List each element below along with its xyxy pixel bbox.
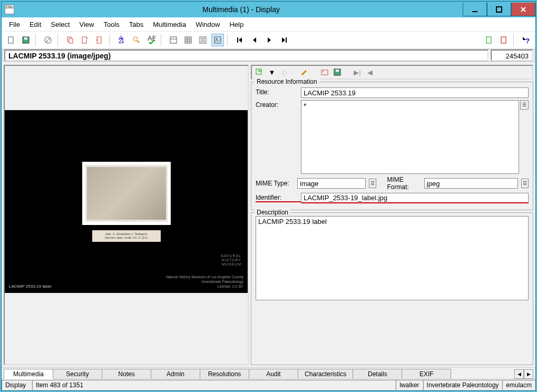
view-list-icon[interactable] xyxy=(197,34,209,46)
creator-label: Creator: xyxy=(256,100,301,109)
sort-icon[interactable]: AZ xyxy=(115,34,128,46)
mime-type-label: MIME Type: xyxy=(256,180,295,187)
status-user: lwalker xyxy=(396,380,423,390)
menu-tools[interactable]: Tools xyxy=(99,19,123,30)
specimen-photo xyxy=(82,162,171,225)
status-position: Item 483 of 1351 xyxy=(32,380,396,390)
copy-icon[interactable] xyxy=(64,34,76,46)
spellcheck-icon[interactable]: ABC xyxy=(145,34,158,46)
app-window: EMu Multimedia (1) - Display File Edit S… xyxy=(1,1,536,391)
identifier-input[interactable] xyxy=(301,193,529,203)
edit-icon[interactable] xyxy=(299,67,310,77)
mini-toolbar: + ▼ ▶| ◀ xyxy=(251,65,533,80)
paste-icon[interactable] xyxy=(79,34,91,46)
mime-format-input[interactable] xyxy=(424,178,518,189)
find-icon[interactable] xyxy=(130,34,143,46)
record-header: LACMIP 2533.19 (image/jpeg) 245403 xyxy=(3,49,534,62)
creator-input[interactable]: * xyxy=(301,100,519,174)
svg-rect-52 xyxy=(336,70,339,72)
cancel-icon[interactable] xyxy=(42,34,54,46)
tab-notes[interactable]: Notes xyxy=(102,369,151,379)
specimen-caption: Abb. 2. Hinterbein v. Tettigonii (larvam… xyxy=(92,230,161,242)
maximize-button[interactable] xyxy=(487,3,511,16)
dropdown-icon[interactable]: ▼ xyxy=(267,67,277,77)
svg-marker-39 xyxy=(282,37,285,43)
resource-info-legend: Resource Information xyxy=(255,78,319,85)
svg-rect-22 xyxy=(170,37,177,43)
svg-rect-49 xyxy=(321,70,328,75)
view-grid-icon[interactable] xyxy=(182,34,194,46)
attach-red-icon[interactable] xyxy=(497,34,510,46)
tab-admin[interactable]: Admin xyxy=(151,369,200,379)
tab-resolutions[interactable]: Resolutions xyxy=(200,369,249,379)
image-panel[interactable]: Abb. 2. Hinterbein v. Tettigonii (larvam… xyxy=(4,65,249,365)
statusbar: Display Item 483 of 1351 lwalker Inverte… xyxy=(2,379,535,390)
toolbar: AZ ABC ? xyxy=(2,31,535,48)
view-detail-icon[interactable] xyxy=(167,34,180,46)
mime-format-lookup-icon[interactable]: ☰ xyxy=(521,179,529,188)
nav-next-mini-icon[interactable]: ▶| xyxy=(352,67,363,77)
cut-icon[interactable] xyxy=(93,34,106,46)
svg-line-20 xyxy=(137,41,139,43)
eraser-icon[interactable] xyxy=(279,67,290,77)
main-area: Abb. 2. Hinterbein v. Tettigonii (larvam… xyxy=(2,63,535,367)
menu-tabs[interactable]: Tabs xyxy=(125,19,148,30)
attach-green-icon[interactable] xyxy=(483,34,495,46)
menu-file[interactable]: File xyxy=(5,19,24,30)
creator-lookup-icon[interactable]: ☰ xyxy=(520,100,529,110)
svg-rect-6 xyxy=(24,37,27,40)
new-icon[interactable] xyxy=(5,34,17,46)
svg-marker-38 xyxy=(268,37,271,43)
tab-exif[interactable]: EXIF xyxy=(402,369,451,379)
view-image-icon[interactable] xyxy=(211,34,224,46)
description-fieldset: Description xyxy=(251,212,533,365)
nav-prev-mini-icon[interactable]: ◀ xyxy=(365,67,375,77)
image-credits: Natural History Museum of Los Angeles Co… xyxy=(166,275,243,289)
status-dept: Invertebrate Paleontology xyxy=(423,380,503,390)
svg-point-19 xyxy=(133,37,138,41)
close-button[interactable] xyxy=(511,3,535,16)
menu-help[interactable]: Help xyxy=(225,19,248,30)
svg-rect-1 xyxy=(496,7,502,12)
museum-logo: NATURAL HISTORY MUSEUM xyxy=(221,254,241,267)
nav-next-icon[interactable] xyxy=(263,34,276,46)
description-legend: Description xyxy=(255,209,290,216)
help-icon[interactable]: ? xyxy=(520,34,532,46)
menu-select[interactable]: Select xyxy=(46,19,74,30)
menu-view[interactable]: View xyxy=(75,19,99,30)
title-input[interactable] xyxy=(301,87,529,98)
menu-edit[interactable]: Edit xyxy=(25,19,45,30)
tab-scroll-right-icon[interactable]: ▶ xyxy=(524,369,533,379)
svg-line-8 xyxy=(46,38,50,42)
svg-marker-36 xyxy=(239,37,242,43)
svg-marker-47 xyxy=(282,71,287,75)
tab-characteristics[interactable]: Characteristics xyxy=(298,369,353,379)
tab-scroll-left-icon[interactable]: ◀ xyxy=(514,369,524,379)
mime-type-lookup-icon[interactable]: ☰ xyxy=(369,179,376,188)
save-resource-icon[interactable] xyxy=(332,67,343,77)
tab-details[interactable]: Details xyxy=(353,369,402,379)
menu-window[interactable]: Window xyxy=(191,19,224,30)
mime-type-input[interactable] xyxy=(297,178,366,189)
mime-format-label: MIME Format: xyxy=(387,176,422,191)
nav-last-icon[interactable] xyxy=(278,34,290,46)
nav-prev-icon[interactable] xyxy=(248,34,261,46)
save-icon[interactable] xyxy=(19,34,32,46)
svg-rect-10 xyxy=(69,38,73,43)
tab-audit[interactable]: Audit xyxy=(249,369,298,379)
nav-first-icon[interactable] xyxy=(233,34,246,46)
description-input[interactable] xyxy=(256,216,529,300)
svg-rect-4 xyxy=(8,37,13,43)
tab-multimedia[interactable]: Multimedia xyxy=(4,369,53,379)
titlebar: EMu Multimedia (1) - Display xyxy=(2,2,535,17)
menu-multimedia[interactable]: Multimedia xyxy=(149,19,190,30)
add-resource-icon[interactable]: + xyxy=(254,67,265,77)
title-label: Title: xyxy=(256,87,301,96)
view-external-icon[interactable] xyxy=(319,67,330,77)
tab-security[interactable]: Security xyxy=(53,369,102,379)
minimize-button[interactable] xyxy=(463,3,487,16)
tabs-row: Multimedia Security Notes Admin Resoluti… xyxy=(2,367,535,379)
form-panel: + ▼ ▶| ◀ Resource Information Title: xyxy=(251,65,533,365)
resource-info-fieldset: Resource Information Title: Creator: * ☰… xyxy=(251,82,533,210)
svg-rect-24 xyxy=(185,37,191,43)
